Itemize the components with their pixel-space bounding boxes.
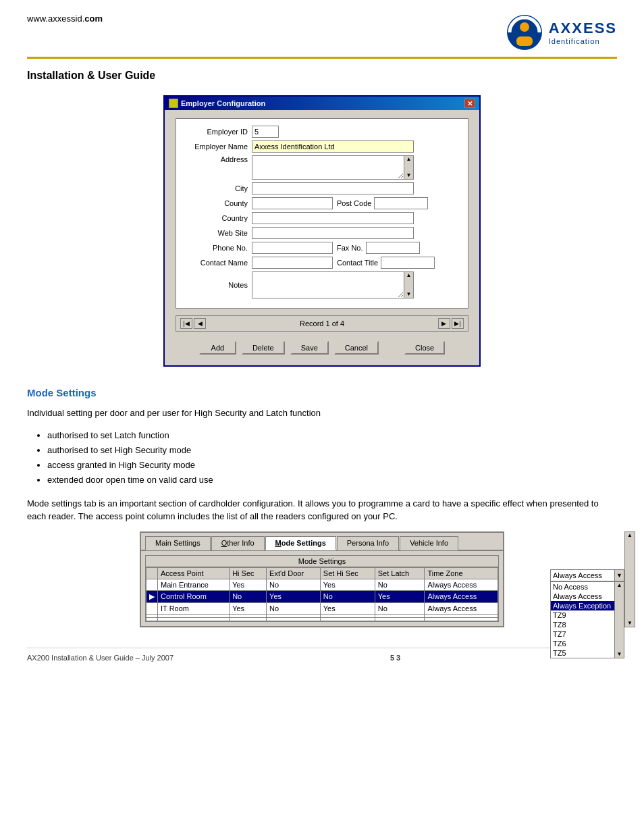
fax-label: Fax No. [337,244,363,252]
website-input[interactable] [252,227,414,239]
footer-left: AX200 Installation & User Guide – July 2… [27,654,173,662]
th-arrow [146,567,158,579]
form-section: Employer ID Employer Name Address ▲ ▼ [176,118,468,309]
phone-input[interactable] [252,242,333,254]
save-button[interactable]: Save [290,341,329,355]
action-buttons: Add Delete Save Cancel Close [176,337,468,357]
nav-prev-button[interactable]: ◀ [194,318,206,329]
bullet-item-1: authorised to set Latch function [47,428,617,443]
notes-wrapper: ▲ ▼ [252,271,414,298]
row-arrow-1 [146,579,158,590]
dropdown-scroll-down[interactable]: ▼ [615,651,624,658]
dropdown-option-tz6[interactable]: TZ6 [551,639,614,648]
logo-icon [506,14,543,51]
page-footer: AX200 Installation & User Guide – July 2… [27,648,617,662]
post-code-input[interactable] [374,197,428,209]
logo-sub: Identification [549,37,600,45]
table-row[interactable]: IT Room Yes No Yes No Always Access [146,602,498,614]
tab-persona-info[interactable]: Persona Info [337,536,399,550]
county-input[interactable] [252,197,333,209]
address-input[interactable] [252,155,404,180]
add-button[interactable]: Add [199,341,236,355]
table-row-empty [146,617,498,621]
notes-label: Notes [184,281,252,289]
dropdown-option-tz8[interactable]: TZ8 [551,620,614,629]
time-zone-2: Always Access [425,590,498,602]
contact-title-input[interactable] [381,257,435,269]
mode-settings-paragraph: Mode settings tab is an important sectio… [27,497,617,523]
mode-scroll-down[interactable]: ▼ [625,620,635,627]
hi-sec-3: Yes [230,602,267,614]
mode-settings-intro: Individual setting per door and per user… [27,407,617,420]
th-time-zone: Time Zone [425,567,498,579]
set-latch-2: Yes [375,590,425,602]
contact-name-input[interactable] [252,257,333,269]
th-extd-door: Ext'd Door [267,567,321,579]
fax-input[interactable] [366,242,420,254]
country-input[interactable] [252,212,414,224]
dropdown-option-tz7[interactable]: TZ7 [551,629,614,639]
contact-title-label: Contact Title [337,259,378,267]
dropdown-list-inner: No Access Always Access Always Exception… [551,582,624,658]
website-row: Web Site [184,227,460,239]
notes-scroll-up[interactable]: ▲ [404,272,413,279]
notes-input[interactable] [252,271,404,298]
tab-main-settings[interactable]: Main Settings [145,536,211,550]
extd-door-3: No [267,602,321,614]
employer-name-label: Employer Name [184,142,252,151]
window-titlebar: Employer Configuration ✕ [165,97,479,110]
dropdown-option-tz9[interactable]: TZ9 [551,610,614,620]
cancel-button[interactable]: Cancel [334,341,379,355]
employer-name-input[interactable] [252,140,414,153]
bullet-item-4: extended door open time on valid card us… [47,473,617,488]
dropdown-scroll-track [615,589,624,651]
time-zone-dropdown: Always Access ▼ No Access Always Access … [550,569,624,658]
mode-settings-window: Main Settings Other Info Mode Settings P… [140,531,504,627]
nav-first-button[interactable]: |◀ [180,318,192,329]
th-set-hi-sec: Set Hi Sec [320,567,375,579]
nav-next-button[interactable]: ▶ [438,318,450,329]
employer-name-row: Employer Name [184,140,460,153]
mode-body: Mode Settings Access Point Hi Sec Ext'd … [141,551,503,626]
header-url: www.axxessid.com [27,14,103,24]
bullet-item-3: access granted in High Security mode [47,458,617,473]
tab-mode-settings[interactable]: Mode Settings [265,536,336,550]
logo-text: AXXESS Identification [549,20,617,45]
dropdown-trigger[interactable]: Always Access ▼ [550,569,624,581]
dropdown-arrow[interactable]: ▼ [614,570,624,581]
nav-last-button[interactable]: ▶| [452,318,464,329]
access-point-3: IT Room [158,602,230,614]
notes-scroll-down[interactable]: ▼ [404,291,413,298]
extd-door-1: No [267,579,321,590]
hi-sec-1: Yes [230,579,267,590]
th-hi-sec: Hi Sec [230,567,267,579]
city-input[interactable] [252,182,414,194]
close-button[interactable]: ✕ [464,99,475,108]
dropdown-option-always-access[interactable]: Always Access [551,592,614,601]
notes-scrollbar: ▲ ▼ [404,271,414,298]
scroll-down-arrow[interactable]: ▼ [404,172,413,179]
address-label: Address [184,155,252,163]
scroll-up-arrow[interactable]: ▲ [404,156,413,163]
dropdown-option-no-access[interactable]: No Access [551,582,614,592]
logo-area: AXXESS Identification [506,14,617,51]
dropdown-option-tz5[interactable]: TZ5 [551,648,614,658]
employer-id-input[interactable] [252,126,279,138]
website-label: Web Site [184,229,252,237]
close-button-action[interactable]: Close [404,341,445,355]
nav-next-buttons: ▶ ▶| [438,318,464,329]
table-row[interactable]: ▶ Control Room No Yes No Yes Always Acce… [146,590,498,602]
tab-vehicle-info[interactable]: Vehicle Info [400,536,458,550]
dropdown-scroll-up[interactable]: ▲ [615,582,624,589]
dropdown-option-always-exception[interactable]: Always Exception [551,601,614,610]
table-row[interactable]: Main Entrance Yes No Yes No Always Acces… [146,579,498,590]
tab-other-info[interactable]: Other Info [211,536,265,550]
titlebar-left: Employer Configuration [169,99,265,108]
th-set-latch: Set Latch [375,567,425,579]
time-zone-1: Always Access [425,579,498,590]
country-label: Country [184,214,252,222]
delete-button[interactable]: Delete [242,341,285,355]
logo-brand: AXXESS [549,20,617,37]
svg-point-1 [520,22,529,32]
mode-scroll-up[interactable]: ▲ [625,532,635,539]
